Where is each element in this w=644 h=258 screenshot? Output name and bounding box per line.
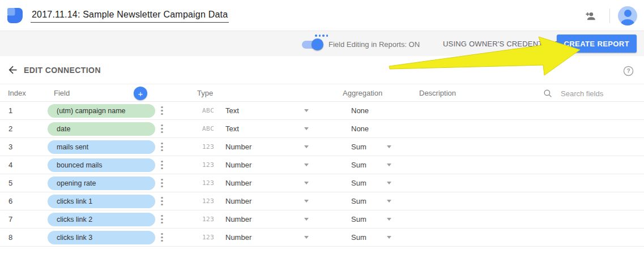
- type-dropdown-icon[interactable]: [304, 182, 309, 184]
- type-dropdown-icon[interactable]: [304, 127, 309, 130]
- field-index: 3: [0, 143, 48, 151]
- field-name-chip[interactable]: clicks link 1: [48, 195, 155, 208]
- field-options-kebab-icon[interactable]: [159, 179, 170, 188]
- field-aggregation-value[interactable]: Sum: [351, 233, 387, 242]
- field-name-chip[interactable]: date: [48, 122, 155, 136]
- header-field: Field: [54, 84, 70, 102]
- field-name-chip[interactable]: opening rate: [48, 177, 155, 190]
- field-aggregation-value[interactable]: None: [351, 124, 387, 133]
- field-options-kebab-icon[interactable]: [159, 197, 170, 206]
- credentials-button[interactable]: USING OWNER'S CREDENTIALS: [443, 31, 559, 56]
- field-type-value[interactable]: Number: [225, 197, 304, 205]
- type-dropdown-icon[interactable]: [304, 236, 309, 239]
- field-type-value[interactable]: Number: [225, 179, 304, 187]
- field-index: 7: [0, 215, 48, 223]
- field-row: 8 clicks link 3 123 Number Sum: [0, 229, 644, 247]
- field-name-chip[interactable]: (utm) campaign name: [48, 104, 155, 118]
- field-index: 5: [0, 179, 48, 187]
- field-type-value[interactable]: Text: [225, 124, 304, 133]
- type-dropdown-icon[interactable]: [304, 218, 309, 221]
- add-field-button[interactable]: +: [134, 87, 147, 100]
- field-options-kebab-icon[interactable]: [159, 143, 170, 152]
- field-type-icon: 123: [202, 179, 225, 187]
- field-aggregation-value[interactable]: Sum: [351, 197, 387, 205]
- back-button[interactable]: [2, 60, 23, 80]
- field-editing-toggle-group: Field Editing in Reports: ON: [302, 31, 420, 56]
- field-type-icon: 123: [202, 197, 225, 205]
- field-options-kebab-icon[interactable]: [159, 233, 170, 242]
- person-add-icon: [584, 10, 596, 22]
- field-type-value[interactable]: Number: [225, 143, 304, 151]
- field-type-icon: ABC: [202, 125, 225, 132]
- titlebar-divider: [609, 8, 610, 23]
- header-description: Description: [419, 84, 456, 102]
- loading-dots-icon: [315, 35, 328, 37]
- field-type-value[interactable]: Number: [225, 215, 304, 223]
- titlebar: 2017.11.14: Sample Newsletter Campaign D…: [0, 0, 644, 31]
- field-options-kebab-icon[interactable]: [159, 106, 170, 115]
- data-source-editor-page: 2017.11.14: Sample Newsletter Campaign D…: [0, 0, 644, 258]
- share-add-person-button[interactable]: [579, 5, 602, 27]
- create-report-button[interactable]: CREATE REPORT: [557, 35, 637, 53]
- field-row: 5 opening rate 123 Number Sum: [0, 174, 644, 192]
- aggregation-dropdown-icon[interactable]: [387, 164, 391, 166]
- field-name-chip[interactable]: bounced mails: [48, 158, 155, 172]
- field-type-icon: 123: [202, 143, 225, 150]
- field-options-kebab-icon[interactable]: [159, 215, 170, 224]
- field-name-chip[interactable]: mails sent: [48, 140, 155, 154]
- toggle-knob: [312, 38, 323, 50]
- search-fields-input[interactable]: [561, 89, 634, 98]
- field-index: 4: [0, 161, 48, 169]
- user-avatar[interactable]: [618, 6, 637, 25]
- field-type-value[interactable]: Number: [225, 233, 304, 242]
- field-row: 4 bounced mails 123 Number Sum: [0, 156, 644, 174]
- help-icon: ?: [622, 65, 634, 77]
- header-aggregation: Aggregation: [343, 84, 382, 102]
- field-index: 1: [0, 106, 48, 115]
- document-title[interactable]: 2017.11.14: Sample Newsletter Campaign D…: [31, 8, 229, 23]
- field-aggregation-value[interactable]: None: [351, 106, 387, 115]
- field-aggregation-value[interactable]: Sum: [351, 161, 387, 169]
- datasource-toolbar: Field Editing in Reports: ON USING OWNER…: [0, 31, 644, 56]
- field-type-value[interactable]: Number: [225, 161, 304, 169]
- field-type-icon: ABC: [202, 107, 225, 114]
- titlebar-actions: [579, 0, 644, 31]
- avatar-body-icon: [621, 19, 634, 25]
- field-editing-toggle[interactable]: [302, 41, 321, 49]
- field-row: 7 clicks link 2 123 Number Sum: [0, 210, 644, 229]
- field-aggregation-value[interactable]: Sum: [351, 215, 387, 223]
- help-button[interactable]: ?: [617, 59, 639, 82]
- field-aggregation-value[interactable]: Sum: [351, 179, 387, 187]
- aggregation-dropdown-icon[interactable]: [387, 200, 391, 203]
- field-row: 1 (utm) campaign name ABC Text None: [0, 102, 644, 120]
- avatar-head-icon: [624, 10, 632, 17]
- header-index: Index: [8, 84, 26, 102]
- field-name-chip[interactable]: clicks link 3: [48, 231, 155, 244]
- data-studio-logo-icon[interactable]: [7, 8, 23, 23]
- field-row: 6 clicks link 1 123 Number Sum: [0, 192, 644, 210]
- field-table-header: Index Field + Type Aggregation Descripti…: [0, 84, 644, 102]
- field-options-kebab-icon[interactable]: [159, 124, 170, 134]
- field-aggregation-value[interactable]: Sum: [351, 143, 387, 151]
- aggregation-dropdown-icon[interactable]: [387, 218, 391, 221]
- field-type-icon: 123: [202, 161, 225, 169]
- field-type-icon: 123: [202, 216, 225, 223]
- aggregation-dropdown-icon[interactable]: [387, 236, 391, 239]
- field-editing-label: Field Editing in Reports: ON: [329, 40, 420, 49]
- aggregation-dropdown-icon[interactable]: [387, 145, 391, 148]
- search-icon: [543, 88, 553, 98]
- field-row: 3 mails sent 123 Number Sum: [0, 138, 644, 156]
- type-dropdown-icon[interactable]: [304, 145, 309, 148]
- field-index: 6: [0, 197, 48, 205]
- field-name-chip[interactable]: clicks link 2: [48, 213, 155, 226]
- type-dropdown-icon[interactable]: [304, 200, 309, 203]
- field-row: 2 date ABC Text None: [0, 120, 644, 138]
- field-options-kebab-icon[interactable]: [159, 161, 170, 170]
- field-index: 8: [0, 233, 48, 242]
- field-type-value[interactable]: Text: [225, 106, 304, 115]
- search-fields-box: [543, 84, 634, 102]
- aggregation-dropdown-icon[interactable]: [387, 182, 391, 184]
- svg-text:?: ?: [626, 68, 630, 74]
- type-dropdown-icon[interactable]: [304, 164, 309, 166]
- type-dropdown-icon[interactable]: [304, 109, 309, 112]
